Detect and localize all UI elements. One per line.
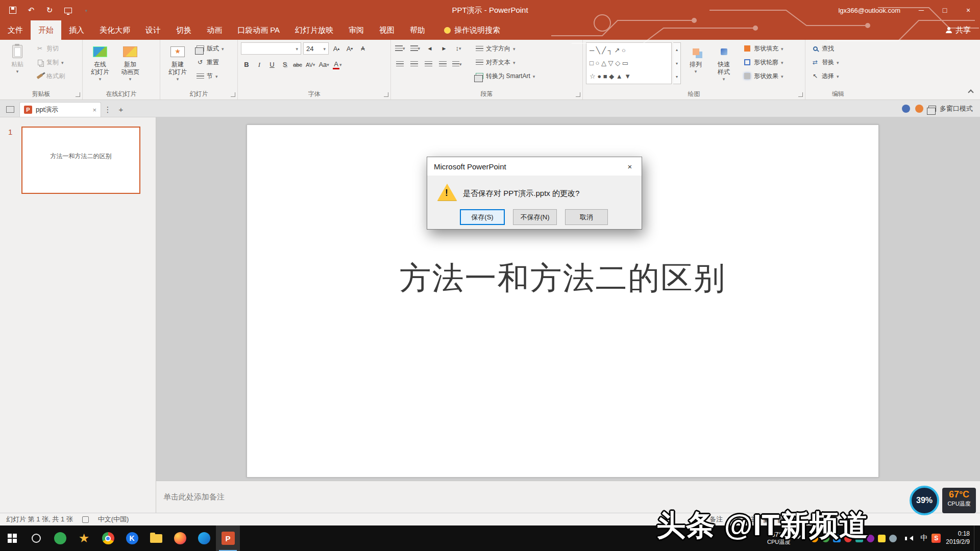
font-name-combo[interactable]: ▾: [241, 42, 301, 55]
strikethrough-button[interactable]: abc: [292, 59, 303, 70]
bold-button[interactable]: B: [241, 59, 252, 70]
change-case-button[interactable]: Aa▾: [317, 59, 330, 70]
dialog-close-button[interactable]: ×: [618, 157, 642, 176]
replace-button[interactable]: ⇄ 替换 ▾: [808, 56, 842, 68]
dialog-launcher-icon[interactable]: [76, 92, 80, 97]
maximize-button[interactable]: □: [933, 0, 957, 20]
taskbar-app-k[interactable]: K: [120, 525, 144, 551]
document-tab[interactable]: P ppt演示 ×: [19, 102, 101, 117]
copy-button[interactable]: 复制 ▾: [33, 56, 67, 68]
tab-view[interactable]: 视图: [372, 20, 402, 40]
language-indicator[interactable]: 中文(中国): [98, 515, 129, 524]
online-slide-button[interactable]: 在线 幻灯片 ▾: [86, 42, 114, 85]
cancel-button[interactable]: 取消: [565, 209, 608, 225]
align-center-button[interactable]: [408, 58, 420, 70]
save-button[interactable]: [5, 3, 20, 18]
arrange-button[interactable]: 排列 ▾: [682, 42, 709, 85]
tab-insert[interactable]: 插入: [61, 20, 92, 40]
decrease-indent-button[interactable]: ◀: [424, 42, 435, 54]
tray-icon[interactable]: [889, 535, 897, 542]
tab-review[interactable]: 审阅: [341, 20, 372, 40]
italic-button[interactable]: I: [254, 59, 265, 70]
dialog-titlebar[interactable]: Microsoft PowerPoint ×: [427, 157, 642, 176]
volume-button[interactable]: [905, 536, 913, 541]
shrink-font-button[interactable]: A▾: [344, 43, 355, 55]
font-color-button[interactable]: A▾: [332, 59, 343, 70]
section-button[interactable]: 节 ▾: [193, 70, 227, 82]
tab-pocket-animation[interactable]: 口袋动画 PA: [230, 20, 287, 40]
start-slideshow-button[interactable]: [60, 3, 76, 18]
spellcheck-icon[interactable]: [82, 516, 89, 523]
shape-effects-button[interactable]: 形状效果 ▾: [741, 70, 786, 82]
customize-quick-access-button[interactable]: ▾: [79, 3, 94, 18]
settings-icon[interactable]: [915, 105, 923, 113]
find-button[interactable]: 查找: [808, 42, 842, 55]
new-tab-button[interactable]: +: [114, 102, 128, 117]
taskbar-app-favorites[interactable]: ★: [72, 525, 96, 551]
align-text-button[interactable]: 对齐文本 ▾: [473, 56, 537, 68]
collapse-ribbon-icon[interactable]: [968, 89, 973, 95]
cut-button[interactable]: ✂ 剪切: [33, 42, 67, 55]
taskbar-app-chrome[interactable]: [96, 525, 120, 551]
close-button[interactable]: ×: [957, 0, 980, 20]
font-size-combo[interactable]: 24 ▾: [303, 42, 329, 55]
undo-button[interactable]: ↶: [23, 3, 39, 18]
tab-help[interactable]: 帮助: [402, 20, 433, 40]
scroll-down-icon[interactable]: ▾: [673, 57, 680, 70]
tab-slideshow[interactable]: 幻灯片放映: [287, 20, 341, 40]
text-shadow-button[interactable]: S: [279, 59, 290, 70]
account-email[interactable]: lgx366@outlook.com: [838, 7, 900, 14]
grow-font-button[interactable]: A▴: [331, 43, 342, 55]
minimize-button[interactable]: ─: [910, 0, 933, 20]
shape-gallery[interactable]: ─ ╲ ╱ ┐ ↗ ○ □ ○ △ ▽ ◇ ▭ ☆ ● ■ ◆ ▲ ▼: [586, 42, 672, 84]
justify-button[interactable]: [437, 58, 448, 70]
taskbar-app-firefox[interactable]: [168, 525, 192, 551]
new-animation-page-button[interactable]: 新加 动画页 ▾: [116, 42, 144, 85]
increase-indent-button[interactable]: ▶: [438, 42, 450, 54]
ime-indicator[interactable]: 中: [920, 534, 927, 543]
shape-gallery-scroll[interactable]: ▴ ▾ ▾: [673, 42, 681, 84]
share-button[interactable]: 共享: [937, 20, 980, 40]
numbering-button[interactable]: ▾: [409, 42, 422, 54]
multi-window-button[interactable]: 多窗口模式: [928, 104, 973, 113]
dialog-launcher-icon[interactable]: [798, 92, 803, 97]
tab-list-icon[interactable]: [6, 106, 14, 113]
tell-me-search[interactable]: 操作说明搜索: [444, 20, 500, 40]
clock[interactable]: 0:18 2019/2/9: [946, 530, 970, 546]
tab-animations[interactable]: 动画: [199, 20, 230, 40]
save-button-dialog[interactable]: 保存(S): [460, 209, 505, 225]
tab-beautify-master[interactable]: 美化大师: [92, 20, 138, 40]
sogou-input-icon[interactable]: S: [932, 534, 941, 543]
taskbar-app-powerpoint[interactable]: P: [216, 525, 240, 551]
text-direction-button[interactable]: 文字方向 ▾: [473, 42, 537, 55]
quick-styles-button[interactable]: 快速 样式 ▾: [710, 42, 737, 85]
tray-icon[interactable]: [878, 535, 886, 542]
gallery-more-icon[interactable]: ▾: [673, 70, 680, 84]
select-button[interactable]: ↖ 选择 ▾: [808, 70, 842, 82]
paste-button[interactable]: 粘贴 ▾: [3, 42, 32, 85]
start-button[interactable]: [0, 525, 24, 551]
tab-options-button[interactable]: ⋮: [101, 102, 114, 117]
convert-to-smartart-button[interactable]: 转换为 SmartArt ▾: [473, 70, 537, 82]
tab-file[interactable]: 文件: [0, 20, 31, 40]
redo-button[interactable]: ↻: [42, 3, 57, 18]
align-right-button[interactable]: [423, 58, 434, 70]
slide-title-text[interactable]: 方法一和方法二的区别: [247, 257, 878, 299]
action-center-button[interactable]: [974, 525, 980, 551]
character-spacing-button[interactable]: AV▾: [305, 59, 316, 70]
dialog-launcher-icon[interactable]: [576, 92, 580, 97]
tab-home[interactable]: 开始: [31, 20, 61, 40]
taskbar-app-green-browser[interactable]: [48, 525, 72, 551]
shape-fill-button[interactable]: 形状填充 ▾: [741, 42, 786, 55]
layout-button[interactable]: 版式 ▾: [193, 42, 227, 55]
shape-outline-button[interactable]: 形状轮廓 ▾: [741, 56, 786, 68]
reset-button[interactable]: ↺ 重置: [193, 56, 227, 68]
scroll-up-icon[interactable]: ▴: [673, 43, 680, 57]
new-slide-button[interactable]: ★ 新建 幻灯片 ▾: [163, 42, 192, 85]
taskbar-file-explorer[interactable]: [144, 525, 168, 551]
addin-icon[interactable]: [902, 105, 910, 113]
dialog-launcher-icon[interactable]: [231, 92, 235, 97]
tab-transitions[interactable]: 切换: [168, 20, 199, 40]
slide-thumbnail[interactable]: 方法一和方法二的区别: [21, 127, 140, 194]
clear-formatting-button[interactable]: A: [357, 43, 369, 55]
